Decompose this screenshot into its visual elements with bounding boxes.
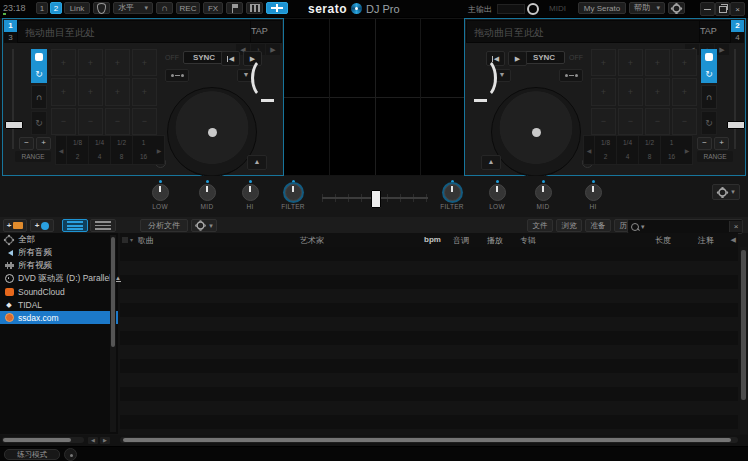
deck-tab-4[interactable]: 4 [731, 32, 744, 44]
pad-slot[interactable]: + [105, 78, 130, 105]
practice-crossfader-knob[interactable] [64, 448, 77, 461]
help-dropdown[interactable]: 帮助 ▾ [629, 2, 665, 14]
pad-slot[interactable]: + [591, 78, 616, 105]
scroll-left-icon[interactable]: ◀ [88, 437, 98, 444]
pad-slot[interactable]: − [672, 108, 697, 135]
library-vertical-scrollbar[interactable] [740, 247, 747, 434]
next-track-icon[interactable]: ▶ [266, 44, 280, 55]
sidebar-item-dvd-drive[interactable]: DVD 驱动器 (D:) Parallel ▲ [0, 272, 118, 285]
fx-button[interactable]: FX [203, 2, 223, 14]
loop-size[interactable]: 4 [617, 150, 638, 164]
loop-smaller-icon[interactable]: ◀ [584, 136, 594, 164]
clear-search-icon[interactable]: × [729, 221, 742, 232]
loop-size[interactable]: 8 [639, 150, 660, 164]
loop-size[interactable]: 1/2 [639, 136, 660, 150]
sync-button[interactable]: SYNC [183, 51, 225, 64]
loop-size[interactable]: 1 [661, 136, 682, 150]
loop-larger-icon[interactable]: ▶ [154, 136, 164, 164]
crossfader[interactable] [322, 190, 428, 206]
tempo-slider-handle[interactable] [5, 121, 23, 129]
cue-headphone-cell[interactable]: ∩ [701, 85, 717, 109]
add-smart-crate-button[interactable]: + [30, 219, 54, 232]
sidebar-item-soundcloud[interactable]: SoundCloud [0, 285, 118, 298]
eq-low-knob-right[interactable]: LOW [477, 180, 517, 210]
sync-off-button[interactable]: OFF [165, 54, 179, 61]
sync-off-button[interactable]: OFF [569, 54, 583, 61]
vertical-view-button[interactable] [62, 219, 88, 232]
close-button[interactable]: × [730, 2, 745, 16]
sidebar-item-all-video[interactable]: 所有视频 [0, 259, 118, 272]
crossfader-handle[interactable] [371, 190, 381, 208]
sampler-button[interactable] [226, 2, 243, 14]
column-play[interactable]: 播放 [487, 235, 503, 246]
loop-size[interactable]: 2 [67, 150, 88, 164]
loop-size[interactable]: 1/8 [595, 136, 616, 150]
track-drop-zone[interactable]: 拖动曲目至此处 [18, 21, 250, 42]
loop-smaller-icon[interactable]: ◀ [56, 136, 66, 164]
settings-button[interactable] [668, 2, 685, 14]
column-bpm[interactable]: bpm [424, 235, 441, 244]
loop-in-out-button[interactable] [559, 69, 583, 82]
scroll-thumb[interactable] [741, 250, 746, 400]
tap-button[interactable]: TAP [251, 21, 281, 42]
files-panel-button[interactable]: 文件 [527, 219, 553, 232]
loop-size[interactable]: 1/4 [617, 136, 638, 150]
deck-tab-3[interactable]: 3 [4, 32, 17, 44]
jog-wheel[interactable] [167, 87, 257, 177]
scroll-thumb[interactable] [111, 237, 115, 347]
loop-in-out-button[interactable] [165, 69, 189, 82]
waveform-display[interactable] [284, 18, 465, 176]
add-crate-button[interactable]: + [3, 219, 27, 232]
pad-slot[interactable]: + [78, 78, 103, 105]
eject-button[interactable]: ▲ [481, 155, 501, 170]
eject-button[interactable]: ▲ [247, 155, 267, 170]
sidebar-item-ssdax[interactable]: ssdax.com [0, 311, 118, 324]
cue-headphone-cell[interactable]: ∩ [31, 85, 47, 109]
nudge-plus-button[interactable]: + [714, 137, 729, 150]
status-column-icon[interactable] [122, 237, 128, 243]
sidebar-item-all[interactable]: 全部 [0, 233, 118, 246]
deck-tab-1[interactable]: 1 [4, 20, 17, 32]
mixer-panel-button[interactable] [266, 2, 288, 14]
pad-slot[interactable]: + [618, 78, 643, 105]
library-horizontal-scrollbar[interactable] [120, 437, 738, 443]
column-album[interactable]: 专辑 [520, 235, 536, 246]
range-button[interactable]: RANGE [697, 151, 733, 162]
nudge-minus-button[interactable]: − [697, 137, 712, 150]
loop-size[interactable]: 1 [133, 136, 154, 150]
link-button[interactable]: Link [64, 2, 90, 14]
eq-hi-knob-left[interactable]: HI [230, 180, 270, 210]
loop-size[interactable]: 2 [595, 150, 616, 164]
hotcue-mode-column[interactable]: ↻ [701, 49, 717, 83]
tap-button[interactable]: TAP [700, 21, 730, 42]
browse-panel-button[interactable]: 浏览 [556, 219, 582, 232]
mixer-settings-button[interactable]: ▾ [712, 184, 740, 200]
pad-slot[interactable]: + [105, 49, 130, 76]
tempo-slider[interactable] [7, 49, 19, 149]
loop-size[interactable]: 1/2 [111, 136, 132, 150]
deck-tab-2[interactable]: 2 [731, 20, 744, 32]
pad-slot[interactable]: + [132, 78, 157, 105]
restore-button[interactable] [715, 2, 730, 16]
loop-size[interactable]: 4 [89, 150, 110, 164]
jog-wheel[interactable] [491, 87, 581, 177]
tempo-slider-handle[interactable] [727, 121, 745, 129]
tempo-slider[interactable] [729, 49, 741, 149]
track-drop-zone[interactable]: 拖动曲目至此处 [467, 21, 699, 42]
prepare-panel-button[interactable]: 准备 [585, 219, 611, 232]
pad-slot[interactable]: − [78, 108, 103, 135]
next-track-icon[interactable]: ▶ [715, 44, 729, 55]
library-track-list[interactable] [120, 247, 738, 434]
sidebar-item-tidal[interactable]: ◆ TIDAL [0, 298, 118, 311]
pad-slot[interactable]: − [618, 108, 643, 135]
collapse-columns-icon[interactable]: ◀ [731, 236, 736, 244]
pad-slot[interactable]: + [618, 49, 643, 76]
play-button[interactable]: ▶ [508, 51, 527, 66]
eq-hi-knob-right[interactable]: HI [573, 180, 613, 210]
deck-count-1-button[interactable]: 1 [36, 2, 48, 14]
display-mode-dropdown[interactable]: 水平 ▾ [113, 2, 153, 14]
pad-slot[interactable]: − [51, 108, 76, 135]
pad-slot[interactable]: + [51, 49, 76, 76]
loop-size[interactable]: 16 [661, 150, 682, 164]
list-view-button[interactable] [90, 219, 116, 232]
